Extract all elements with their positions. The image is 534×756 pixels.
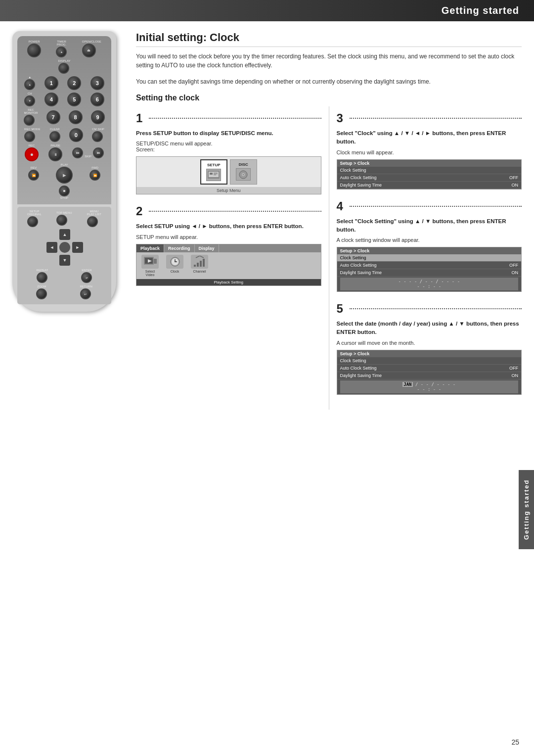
recmode-button[interactable]: [24, 131, 35, 142]
svg-rect-2: [210, 173, 213, 175]
clock-row-dst-2: Daylight Saving TimeON: [337, 269, 522, 277]
topmenu-button[interactable]: [56, 215, 67, 226]
step-3-instruction: Select "Clock" using ▲ / ▼ / ◄ / ► butto…: [337, 129, 522, 146]
setup-icon-box: SETUP: [200, 159, 227, 185]
step-2-instruction: Select SETUP using ◄ / ► buttons, then p…: [136, 222, 321, 231]
num0-button[interactable]: 0: [69, 128, 83, 142]
rec-monitor-button[interactable]: [24, 115, 35, 126]
step-5-note: A cursor will move on the month.: [337, 340, 522, 346]
clear-label: CLEAR: [49, 128, 60, 131]
pause-button[interactable]: ⏸: [48, 147, 62, 161]
return-button[interactable]: ↩: [80, 288, 91, 299]
svg-rect-18: [194, 265, 196, 267]
step-2-number: 2: [136, 204, 146, 218]
clock-time-display-3: JAN / - - / - - - -- - : - -: [340, 380, 519, 393]
nav-down-button[interactable]: ▼: [59, 255, 70, 266]
clear-button[interactable]: [49, 131, 60, 142]
fwd-button[interactable]: ⏩: [89, 170, 100, 181]
recmode-label: REC MODE: [24, 128, 40, 131]
nav-left-button[interactable]: ◄: [46, 242, 57, 253]
step-4-instruction: Select "Clock Setting" using ▲ / ▼ butto…: [337, 217, 522, 235]
step-4-note: A clock setting window will appear.: [337, 237, 522, 243]
steps-layout: 1 Press SETUP button to display SETUP/DI…: [136, 106, 522, 410]
clock-row-auto-3: Auto Clock SettingOFF: [337, 365, 522, 372]
step-4-number: 4: [337, 199, 347, 213]
menu-button[interactable]: [87, 216, 98, 227]
intro-paragraph-1: You will need to set the clock before yo…: [136, 52, 522, 70]
svg-rect-4: [214, 174, 218, 174]
skip-fwd-button[interactable]: ⏭: [93, 147, 104, 158]
timer-prog-button[interactable]: ▲: [56, 47, 67, 57]
stop-button[interactable]: ⏹: [59, 186, 70, 196]
step-3-dots: [350, 118, 522, 119]
fwd-label: FWD: [89, 166, 100, 169]
display-tab: Display: [195, 244, 219, 252]
rec-button[interactable]: ⏺: [25, 147, 39, 161]
svg-rect-3: [214, 173, 218, 173]
step-4-dots: [350, 206, 522, 207]
playback-tab: Playback: [136, 244, 164, 252]
clock-row-setting-2: Clock Setting: [337, 254, 522, 262]
return-label: RETURN: [80, 285, 92, 288]
setting-clock-title: Setting the clock: [136, 94, 522, 102]
nav-up-button[interactable]: ▲: [59, 229, 70, 240]
channel-icon: Channel: [188, 255, 211, 277]
clock-menu-1-title: Setup > Clock: [337, 160, 522, 167]
step-3-number: 3: [337, 111, 347, 125]
svg-rect-12: [154, 259, 157, 264]
nav-right-button[interactable]: ►: [72, 242, 83, 253]
step-5-number: 5: [337, 302, 347, 316]
repeat-label: REPEAT: [37, 269, 48, 272]
step-1-note: SETUP/DISC menu will appear.Screen:: [136, 141, 321, 152]
skip-back-button[interactable]: ⏮: [72, 147, 83, 158]
setup-button[interactable]: [27, 216, 38, 227]
ch-down-button[interactable]: ▼: [24, 95, 35, 106]
num7-button[interactable]: 7: [46, 110, 60, 124]
num2-button[interactable]: 2: [67, 76, 81, 90]
openclose-button[interactable]: ⏏: [82, 44, 96, 57]
num4-button[interactable]: 4: [44, 93, 58, 106]
step-3-note: Clock menu will appear.: [337, 149, 522, 155]
svg-line-23: [200, 256, 204, 258]
cmskip-button[interactable]: [92, 131, 103, 142]
page-title: Initial setting: Clock: [136, 31, 522, 47]
clock-menu-3-title: Setup > Clock: [337, 350, 522, 357]
num9-button[interactable]: 9: [91, 110, 105, 124]
instructions-column: Initial setting: Clock You will need to …: [136, 31, 522, 410]
enter-button[interactable]: ↵: [81, 272, 92, 283]
num5-button[interactable]: 5: [67, 93, 81, 106]
step-4-section: 4 Select "Clock Setting" using ▲ / ▼ but…: [337, 199, 522, 292]
left-steps: 1 Press SETUP button to display SETUP/DI…: [136, 106, 329, 410]
step-3-section: 3 Select "Clock" using ▲ / ▼ / ◄ / ► but…: [337, 111, 522, 189]
right-steps: 3 Select "Clock" using ▲ / ▼ / ◄ / ► but…: [329, 106, 522, 410]
intro-paragraph-2: You can set the daylight savings time de…: [136, 77, 522, 86]
step-1-section: 1 Press SETUP button to display SETUP/DI…: [136, 111, 321, 194]
setup-icon: [206, 169, 221, 181]
rec-monitor-label: RECMONITOR: [24, 108, 38, 114]
step-5-section: 5 Select the date (month / day / year) u…: [337, 302, 522, 395]
num8-button[interactable]: 8: [69, 110, 83, 124]
svg-point-17: [175, 261, 176, 262]
zoom-label: ZOOM: [36, 285, 47, 288]
enter-label: ENTER: [81, 269, 92, 272]
num6-button[interactable]: 6: [90, 93, 104, 106]
svg-rect-19: [197, 263, 199, 267]
step-2-dots: [149, 211, 321, 212]
svg-rect-21: [203, 259, 205, 267]
display-button[interactable]: [58, 63, 69, 74]
nav-enter-button[interactable]: [59, 242, 70, 253]
play-button[interactable]: ▶: [56, 167, 73, 184]
clock-menu-2-title: Setup > Clock: [337, 247, 522, 254]
stop-label: STOP: [59, 196, 70, 199]
num3-button[interactable]: 3: [90, 76, 104, 90]
ch-up-button[interactable]: ▲: [24, 79, 35, 90]
num1-button[interactable]: 1: [44, 76, 58, 90]
setup-menu-icons: SelectVideo: [136, 252, 321, 279]
power-button[interactable]: [27, 44, 41, 57]
timer-label: TIMERPROG.: [56, 40, 67, 46]
repeat-button[interactable]: [37, 272, 47, 283]
rev-button[interactable]: ⏪: [28, 170, 39, 181]
ch-up-label: ▲: [24, 76, 35, 79]
disc-icon-box: DISC: [230, 159, 257, 185]
zoom-button[interactable]: [36, 288, 47, 299]
